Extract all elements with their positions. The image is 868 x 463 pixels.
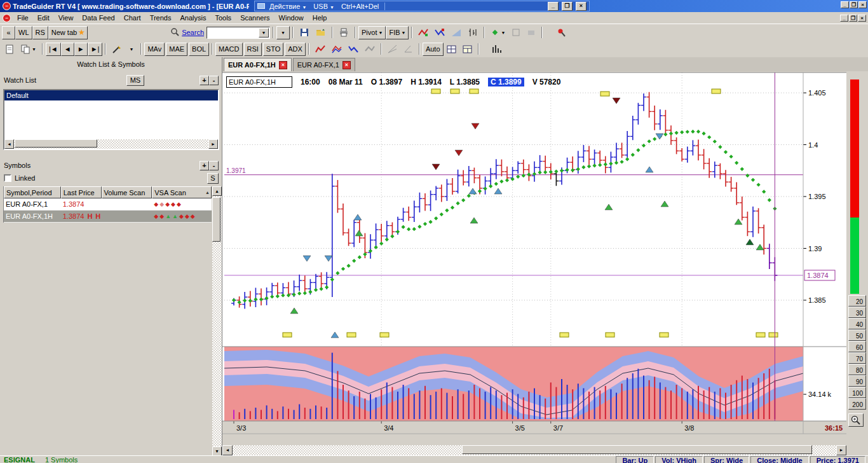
tab-close-button[interactable]: × (279, 61, 287, 69)
menu-data-feed[interactable]: Data Feed (78, 13, 119, 23)
chart-tab-eur-a0-fx-1[interactable]: EUR A0-FX,1× (293, 58, 355, 71)
trend-down-icon[interactable] (345, 43, 362, 56)
scale-60-button[interactable]: 60 (848, 341, 866, 352)
column-header-volume-scan[interactable]: Volume Scan (102, 186, 153, 198)
indicator-sto-button[interactable]: STO (263, 43, 283, 56)
grid-layout2-icon[interactable] (459, 43, 475, 56)
next-bar-button[interactable]: ► (74, 43, 88, 56)
indicator-mav-button[interactable]: MAv (144, 43, 165, 56)
tab-close-button[interactable]: × (342, 61, 351, 69)
export-folder-button[interactable] (313, 26, 329, 39)
column-header-symbol-period[interactable]: Symbol,Period (4, 186, 61, 198)
title-bar[interactable]: ~ TradeGuider RT V4 [ www.trading-softwa… (0, 0, 868, 12)
scale-40-button[interactable]: 40 (848, 318, 866, 329)
chart-tab-eur-a0-fx-1h[interactable]: EUR A0-FX,1H× (224, 58, 292, 71)
mdi-close-button[interactable]: × (858, 15, 866, 22)
prev-bar-button[interactable]: ◄ (61, 43, 74, 56)
chart-scroll-right-button[interactable]: ► (836, 445, 846, 455)
auto-scale-button[interactable]: Auto (423, 43, 444, 56)
indicator-macd-button[interactable]: MACD (215, 43, 242, 56)
rs-button[interactable]: RS (32, 26, 48, 39)
menu-analysis[interactable]: Analysis (175, 13, 210, 23)
ms-button[interactable]: MS (126, 75, 144, 86)
collapse-panel-button[interactable]: « (2, 26, 15, 39)
search-link[interactable]: Search (182, 29, 204, 36)
s-button[interactable]: S (207, 173, 219, 184)
menu-view[interactable]: View (54, 13, 78, 23)
wl-button[interactable]: WL (15, 26, 32, 39)
watchlist-hscrollbar[interactable]: ◄ ► (4, 139, 218, 149)
symbol-row[interactable]: EUR A0-FX,1H1.3874HH◆◆▲▲◆◆◆ (4, 211, 212, 223)
close-button[interactable]: × (576, 2, 587, 11)
volume-histogram-icon[interactable] (488, 43, 505, 56)
watchlist-listbox[interactable]: Default ◄ ► (3, 89, 219, 150)
column-header-last-price[interactable]: Last Price (61, 186, 102, 198)
scale-20-button[interactable]: 20 (848, 295, 866, 307)
pin-button[interactable] (554, 26, 569, 39)
host-minimize-button[interactable]: _ (841, 1, 849, 8)
scale-80-button[interactable]: 80 (848, 364, 866, 375)
print-button[interactable] (336, 26, 352, 39)
menu-tools[interactable]: Tools (210, 13, 236, 23)
scan-buy-icon[interactable] (415, 26, 431, 39)
scroll-down-button[interactable]: ▼ (212, 446, 222, 456)
scrollbar-track[interactable] (14, 139, 208, 149)
first-bar-button[interactable]: |◄ (46, 43, 61, 56)
new-tab-button[interactable]: New tab (48, 26, 88, 39)
panel-vscrollbar[interactable]: ▲ ▼ (212, 186, 222, 456)
zoom-button[interactable] (848, 413, 864, 427)
watchlist-item[interactable]: Default (4, 90, 218, 100)
save-button[interactable] (296, 26, 313, 39)
copy-chart-icon[interactable]: ▼ (17, 43, 39, 56)
mdi-restore-button[interactable]: ❐ (849, 15, 857, 22)
fib-button[interactable]: FIB▼ (386, 26, 409, 39)
draw-tool-dropdown[interactable]: ▼ (125, 43, 138, 56)
symbol-remove-button[interactable]: - (209, 161, 219, 170)
vscrollbar-track[interactable] (212, 196, 222, 446)
scroll-left-button[interactable]: ◄ (4, 139, 14, 149)
grid-layout-icon[interactable] (444, 43, 459, 56)
scan-sell-icon[interactable] (431, 26, 448, 39)
scale-70-button[interactable]: 70 (848, 352, 866, 364)
menu-help[interactable]: Help (308, 13, 332, 23)
price-chart[interactable]: 1.4051.41.3951.391.3853/33/43/53/73/836:… (222, 71, 846, 445)
chart-symbol-box[interactable]: EUR A0-FX,1H (226, 76, 292, 88)
scale-200-button[interactable]: 200 (848, 398, 866, 410)
vm-ctrl-alt-del-button[interactable]: Ctrl+Alt+Del (339, 3, 381, 10)
draw-tool-icon[interactable] (109, 43, 125, 56)
chart-scroll-left-button[interactable]: ◄ (222, 445, 233, 455)
indicator-bol-button[interactable]: BOL (189, 43, 209, 56)
scale-90-button[interactable]: 90 (848, 375, 866, 387)
scroll-up-button[interactable]: ▲ (212, 186, 222, 196)
new-chart-icon[interactable] (2, 43, 17, 56)
vm-usb-menu[interactable]: USB ▼ (311, 3, 337, 10)
hilo-bars-icon[interactable] (465, 26, 481, 39)
vscrollbar-thumb[interactable] (212, 197, 220, 242)
watchlist-remove-button[interactable]: - (209, 76, 219, 85)
symbol-combobox[interactable]: ▼ (207, 27, 270, 39)
indicator-adx-button[interactable]: ADX (285, 43, 306, 56)
scale-50-button[interactable]: 50 (848, 329, 866, 341)
shade-tool-icon[interactable] (448, 26, 465, 39)
chart-scrollbar-track[interactable] (233, 445, 836, 455)
last-bar-button[interactable]: ►| (88, 43, 103, 56)
combobox-arrow-icon[interactable]: ▼ (259, 28, 269, 38)
diamond-indicator-button[interactable]: ▼ (487, 26, 508, 39)
scale-100-button[interactable]: 100 (848, 387, 866, 398)
scroll-right-button[interactable]: ► (208, 139, 218, 149)
vm-action-menu[interactable]: Действие ▼ (267, 3, 309, 10)
host-restore-button[interactable]: ❐ (850, 1, 858, 8)
chart-hscrollbar[interactable]: ◄ ► (222, 445, 846, 455)
menu-file[interactable]: File (13, 13, 33, 23)
mdi-minimize-button[interactable]: _ (840, 15, 848, 22)
dropdown-button[interactable]: ▼ (276, 26, 290, 39)
linked-checkbox[interactable] (4, 174, 11, 182)
scale-30-button[interactable]: 30 (848, 307, 866, 318)
menu-window[interactable]: Window (275, 13, 308, 23)
host-close-button[interactable]: × (858, 1, 867, 8)
menu-trends[interactable]: Trends (146, 13, 176, 23)
minimize-button[interactable]: _ (548, 2, 559, 11)
trend-dual-icon[interactable] (329, 43, 345, 56)
menu-scanners[interactable]: Scanners (236, 13, 274, 23)
scrollbar-thumb[interactable] (15, 139, 97, 148)
